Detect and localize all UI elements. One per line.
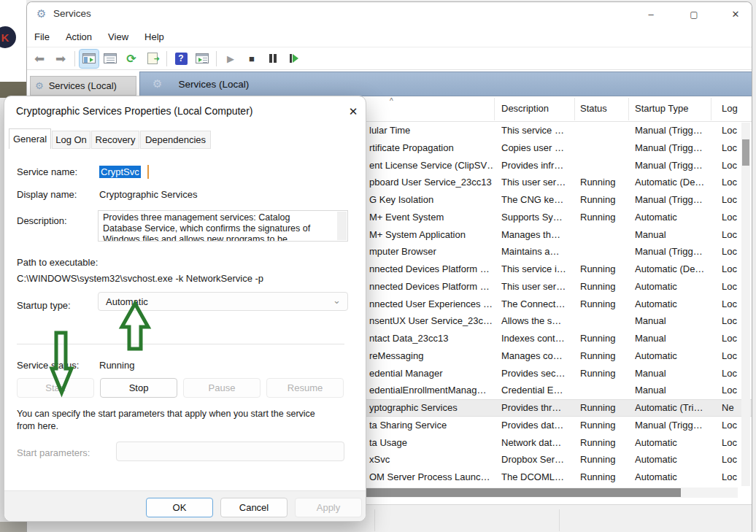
window-title: Services xyxy=(53,8,91,19)
service-name-value[interactable]: CryptSvc xyxy=(99,166,141,178)
tab-general[interactable]: General xyxy=(9,128,51,149)
tab-recovery[interactable]: Recovery xyxy=(91,131,139,149)
cell-status: Running xyxy=(580,174,631,191)
cell-name: G Key Isolation xyxy=(369,191,494,209)
cell-status xyxy=(580,382,631,399)
cell-name: M+ System Application xyxy=(369,226,494,244)
apply-button[interactable]: Apply xyxy=(295,498,362,517)
stop-service-button[interactable]: ■ xyxy=(242,50,261,68)
cell-name: rtificate Propagation xyxy=(369,139,494,157)
column-divider[interactable] xyxy=(494,98,495,120)
minimize-button[interactable]: – xyxy=(642,7,660,23)
toggle-console-tree-button[interactable] xyxy=(80,50,99,68)
cell-name: ta Sharing Service xyxy=(369,417,494,434)
cell-startup: Automatic xyxy=(635,347,709,365)
cell-status: Running xyxy=(580,434,631,452)
menu-action[interactable]: Action xyxy=(66,31,92,42)
properties-button[interactable] xyxy=(101,50,120,68)
cell-status xyxy=(580,243,631,261)
cell-startup: Automatic (De… xyxy=(635,261,709,278)
cell-logon: Loc xyxy=(722,469,744,486)
startup-type-dropdown[interactable]: Automatic ⌄ xyxy=(98,292,348,311)
pause-service-button[interactable] xyxy=(263,50,282,68)
tab-dependencies[interactable]: Dependencies xyxy=(140,131,211,149)
cell-startup: Automatic xyxy=(635,278,709,296)
cell-logon: Loc xyxy=(722,417,744,434)
cell-logon: Loc xyxy=(722,451,744,469)
sort-ascending-icon: ^ xyxy=(390,97,393,105)
cell-desc: The CNG ke… xyxy=(501,191,574,209)
cell-name: pboard User Service_23cc13 xyxy=(369,174,494,191)
cell-name: nnected User Experiences … xyxy=(369,296,494,313)
column-header-status[interactable]: Status xyxy=(580,103,628,114)
cell-name: xSvc xyxy=(369,451,494,469)
cell-logon: Loc xyxy=(722,243,744,261)
vertical-scrollbar[interactable] xyxy=(741,123,750,486)
cell-startup: Manual xyxy=(635,312,709,330)
console-tree-root-label: Services (Local) xyxy=(49,80,117,91)
column-header-description[interactable]: Description xyxy=(501,103,574,114)
cell-name: ent License Service (ClipSV… xyxy=(369,157,494,174)
refresh-button[interactable]: ⟳ xyxy=(122,50,141,68)
menu-view[interactable]: View xyxy=(108,31,128,42)
statusbar-divider xyxy=(559,509,560,531)
dialog-title: Cryptographic Services Properties (Local… xyxy=(16,105,252,117)
menubar: File Action View Help xyxy=(27,26,752,47)
cell-name: ntact Data_23cc13 xyxy=(369,330,494,347)
service-status-label: Service status: xyxy=(17,360,79,371)
column-header-log-on-as[interactable]: Log xyxy=(722,103,742,114)
start-service-button[interactable]: ▶ xyxy=(221,50,240,68)
tab-log-on[interactable]: Log On xyxy=(52,131,90,149)
cell-logon: Loc xyxy=(722,382,744,399)
service-name-label: Service name: xyxy=(17,166,77,177)
start-button[interactable]: Start xyxy=(17,378,94,398)
back-button[interactable]: ⬅ xyxy=(30,50,49,68)
cell-logon: Loc xyxy=(722,296,744,313)
cell-desc: This user ser… xyxy=(501,174,574,191)
properties-dialog: Cryptographic Services Properties (Local… xyxy=(4,96,366,522)
restart-service-button[interactable] xyxy=(285,50,304,68)
column-divider[interactable] xyxy=(711,98,711,120)
console-tree-root-node[interactable]: ⚙ Services (Local) xyxy=(30,76,136,96)
column-divider[interactable] xyxy=(628,98,629,120)
cell-startup: Manual (Trigg… xyxy=(635,157,709,174)
export-list-button[interactable]: ➜ xyxy=(143,50,162,68)
description-box[interactable]: Provides three management services: Cata… xyxy=(98,210,348,242)
column-header-startup-type[interactable]: Startup Type xyxy=(635,103,708,114)
services-gear-icon: ⚙ xyxy=(153,77,162,90)
maximize-button[interactable]: ▢ xyxy=(685,7,703,23)
cancel-button[interactable]: Cancel xyxy=(220,498,288,517)
back-icon: ⬅ xyxy=(34,51,45,66)
statusbar-divider xyxy=(374,509,375,531)
ok-button[interactable]: OK xyxy=(146,498,213,517)
stop-service-icon: ■ xyxy=(249,53,255,64)
cell-startup: Manual (Trigg… xyxy=(635,191,709,209)
start-parameters-input[interactable] xyxy=(116,442,344,461)
help-icon: ? xyxy=(175,53,188,65)
window-titlebar[interactable]: ⚙ Services – ▢ ✕ xyxy=(27,2,752,26)
cell-name: edentialEnrollmentManag… xyxy=(369,382,494,399)
cell-logon: Loc xyxy=(722,174,744,191)
forward-button[interactable]: ➡ xyxy=(51,50,70,68)
cell-logon: Loc xyxy=(722,261,744,278)
help-button[interactable]: ? xyxy=(171,50,190,68)
restart-service-icon xyxy=(290,54,298,63)
description-scrollbar[interactable] xyxy=(337,212,347,240)
close-button[interactable]: ✕ xyxy=(727,7,744,23)
start-parameters-note: You can specify the start parameters tha… xyxy=(17,409,315,419)
cell-desc: Provides sec… xyxy=(501,365,574,382)
menu-help[interactable]: Help xyxy=(144,31,164,42)
resume-button[interactable]: Resume xyxy=(266,378,344,398)
cell-status xyxy=(580,312,631,330)
cell-logon: Loc xyxy=(722,209,744,226)
column-divider[interactable] xyxy=(574,98,575,120)
pause-button[interactable]: Pause xyxy=(183,378,261,398)
show-extended-view-button[interactable] xyxy=(193,50,212,68)
cell-status: Running xyxy=(580,451,631,469)
stop-button[interactable]: Stop xyxy=(100,378,177,398)
cell-logon: Loc xyxy=(722,278,744,296)
vertical-scrollbar-thumb[interactable] xyxy=(742,139,749,166)
dialog-close-button[interactable]: ✕ xyxy=(344,103,362,120)
cell-desc: Supports Sy… xyxy=(501,209,574,226)
menu-file[interactable]: File xyxy=(34,31,50,42)
